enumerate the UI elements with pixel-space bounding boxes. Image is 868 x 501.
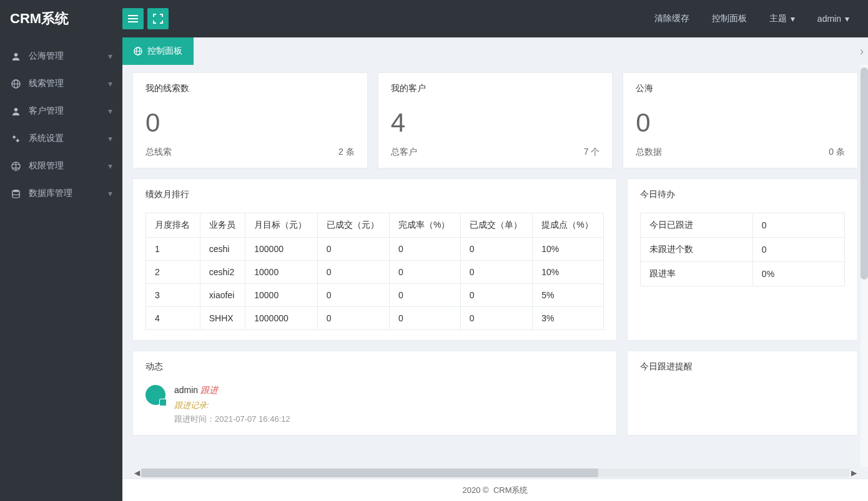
kpi-title: 我的线索数 (145, 83, 355, 94)
feed-title: 动态 (145, 361, 604, 372)
dashboard-link[interactable]: 控制面板 (701, 0, 758, 37)
rank-header: 提成点（%） (533, 213, 604, 238)
sidebar-item-4[interactable]: 权限管理▾ (0, 152, 122, 180)
todo-table: 今日已跟进0未跟进个数0跟进率0% (640, 213, 845, 286)
rank-header: 完成率（%） (390, 213, 461, 238)
table-row: 2ceshi21000000010% (146, 261, 604, 284)
scroll-left-icon[interactable]: ◀ (132, 467, 141, 479)
sidebar: 公海管理▾线索管理▾客户管理▾系统设置▾权限管理▾数据库管理▾ (0, 37, 122, 501)
rank-header: 已成交（元） (317, 213, 389, 238)
feed-record-label: 跟进记录: (174, 400, 604, 411)
sidebar-item-label: 系统设置 (29, 133, 108, 144)
svg-rect-0 (128, 15, 138, 16)
tab-bar: 控制面板 › (122, 37, 868, 65)
rank-header: 月度排名 (146, 213, 200, 238)
caret-down-icon: ▾ (108, 134, 112, 143)
tab-scroll-right[interactable]: › (856, 37, 868, 65)
kpi-value: 4 (391, 108, 600, 138)
cog-icon (10, 134, 21, 143)
horizontal-scrollbar[interactable]: ◀ ▶ (132, 467, 858, 479)
feed-timestamp: 跟进时间：2021-07-07 16:46:12 (174, 414, 604, 425)
caret-down-icon: ▾ (108, 106, 112, 116)
web-icon (10, 162, 21, 171)
app-logo: CRM系统 (7, 9, 122, 28)
todo-title: 今日待办 (640, 189, 845, 200)
caret-down-icon: ▾ (108, 161, 112, 171)
vertical-scrollbar[interactable] (861, 65, 868, 467)
globe-icon (10, 79, 21, 89)
caret-down-icon: ▾ (845, 14, 849, 24)
svg-rect-1 (128, 18, 138, 19)
kpi-card-1: 我的客户4总客户7 个 (378, 72, 613, 168)
svg-point-10 (12, 189, 19, 192)
sidebar-item-label: 数据库管理 (29, 188, 108, 199)
menu-icon (128, 14, 138, 24)
header: CRM系统 清除缓存 控制面板 主题▾ admin▾ (0, 0, 868, 37)
tab-dashboard[interactable]: 控制面板 (122, 37, 194, 65)
avatar (145, 385, 165, 405)
user-dropdown[interactable]: admin▾ (806, 0, 861, 37)
feed-user: admin (174, 385, 198, 395)
sidebar-item-3[interactable]: 系统设置▾ (0, 125, 122, 152)
kpi-foot-left: 总数据 (636, 147, 662, 158)
kpi-title: 我的客户 (391, 83, 600, 94)
table-row: 3xiaofei100000005% (146, 284, 604, 307)
kpi-foot-right: 0 条 (829, 147, 845, 158)
feed-panel: 动态 admin跟进 跟进记录: 跟进时间：2021-07-07 16:46:1… (132, 351, 617, 435)
tab-label: 控制面板 (147, 46, 182, 57)
caret-down-icon: ▾ (791, 14, 795, 24)
svg-point-7 (12, 135, 15, 138)
rank-header: 月目标（元） (245, 213, 317, 238)
svg-rect-2 (128, 21, 138, 22)
kpi-foot-left: 总线索 (145, 147, 172, 158)
sidebar-item-5[interactable]: 数据库管理▾ (0, 180, 122, 207)
sidebar-item-label: 公海管理 (29, 51, 108, 62)
kpi-foot-left: 总客户 (391, 147, 417, 158)
db-icon (10, 189, 21, 198)
kpi-card-2: 公海0总数据0 条 (623, 72, 858, 168)
fullscreen-button[interactable] (147, 8, 169, 29)
fullscreen-icon (153, 14, 163, 24)
main-area: 控制面板 › 我的线索数0总线索2 条我的客户4总客户7 个公海0总数据0 条 … (122, 37, 868, 501)
sidebar-item-2[interactable]: 客户管理▾ (0, 97, 122, 125)
table-row: 今日已跟进0 (641, 213, 845, 238)
remind-panel: 今日跟进提醒 (627, 351, 858, 435)
content: 我的线索数0总线索2 条我的客户4总客户7 个公海0总数据0 条 绩效月排行 月… (122, 65, 868, 467)
table-row: 未跟进个数0 (641, 238, 845, 262)
caret-down-icon: ▾ (108, 188, 112, 198)
menu-toggle-button[interactable] (122, 8, 144, 29)
table-row: 跟进率0% (641, 262, 845, 286)
kpi-foot-right: 7 个 (584, 147, 600, 158)
kpi-value: 0 (145, 108, 355, 138)
scroll-right-icon[interactable]: ▶ (849, 467, 858, 479)
rank-header: 已成交（单） (460, 213, 532, 238)
avatar-badge-icon (159, 399, 167, 406)
user-icon (10, 107, 21, 116)
sidebar-item-label: 权限管理 (29, 160, 108, 172)
kpi-foot-right: 2 条 (338, 147, 355, 158)
rank-header: 业务员 (200, 213, 245, 238)
kpi-title: 公海 (636, 83, 845, 94)
caret-down-icon: ▾ (108, 51, 112, 61)
rank-panel: 绩效月排行 月度排名业务员月目标（元）已成交（元）完成率（%）已成交（单）提成点… (132, 178, 617, 341)
feed-action: 跟进 (200, 385, 218, 395)
remind-title: 今日跟进提醒 (640, 361, 845, 372)
caret-down-icon: ▾ (108, 79, 112, 89)
globe-icon (134, 47, 142, 56)
svg-point-6 (14, 107, 17, 111)
theme-dropdown[interactable]: 主题▾ (758, 0, 806, 37)
users-icon (10, 52, 21, 61)
footer: 2020 © CRM系统 (122, 479, 868, 501)
kpi-card-0: 我的线索数0总线索2 条 (132, 72, 368, 168)
rank-title: 绩效月排行 (145, 189, 604, 200)
sidebar-item-label: 客户管理 (29, 105, 108, 117)
sidebar-item-0[interactable]: 公海管理▾ (0, 42, 122, 70)
table-row: 1ceshi10000000010% (146, 238, 604, 261)
sidebar-item-1[interactable]: 线索管理▾ (0, 70, 122, 97)
table-row: 4SHHX10000000003% (146, 307, 604, 330)
rank-table: 月度排名业务员月目标（元）已成交（元）完成率（%）已成交（单）提成点（%）1ce… (145, 213, 604, 330)
clear-cache-link[interactable]: 清除缓存 (643, 0, 701, 37)
kpi-value: 0 (636, 108, 845, 138)
sidebar-item-label: 线索管理 (29, 78, 108, 89)
todo-panel: 今日待办 今日已跟进0未跟进个数0跟进率0% (627, 178, 858, 341)
